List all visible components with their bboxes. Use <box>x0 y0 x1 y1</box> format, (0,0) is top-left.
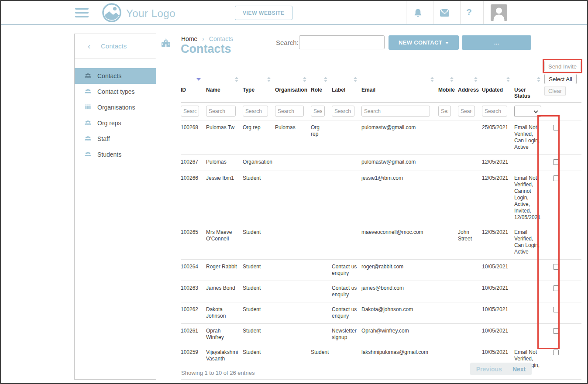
sort-icon[interactable] <box>450 77 454 82</box>
column-header-address[interactable]: Address <box>458 84 482 103</box>
column-header-updated[interactable]: Updated <box>482 84 514 103</box>
filter-organisation-input[interactable] <box>275 106 304 117</box>
sort-icon[interactable] <box>354 77 357 82</box>
column-header-email[interactable]: Email <box>361 84 438 103</box>
clear-button[interactable]: Clear <box>544 86 566 96</box>
table-row[interactable]: 100263James BondStudentContact us enquir… <box>181 281 581 302</box>
sidebar-item-label: Contacts <box>97 72 121 79</box>
sidebar-item-label: Staff <box>97 135 110 142</box>
column-header-type[interactable]: Type <box>243 84 275 103</box>
column-header-mobile[interactable]: Mobile <box>438 84 458 103</box>
row-select-checkbox[interactable] <box>553 307 559 312</box>
sort-icon[interactable] <box>537 77 540 82</box>
breadcrumb: Home › Contacts <box>181 35 233 42</box>
table-row[interactable]: 100268Pulomas TwOrg repPulomasOrg reppul… <box>181 120 581 155</box>
table-row[interactable]: 100262Dakota JohnsonStudentContact us en… <box>181 302 581 324</box>
row-select-checkbox[interactable] <box>553 175 559 181</box>
logo-text: Your Logo <box>126 7 175 20</box>
entries-summary: Showing 1 to 10 of 26 entries <box>181 370 254 376</box>
row-select-checkbox[interactable] <box>553 159 559 165</box>
new-contact-button[interactable]: NEW CONTACT <box>389 35 459 50</box>
divider <box>483 1 484 24</box>
chevron-right-icon: › <box>202 35 204 42</box>
staff-group-icon <box>84 134 92 143</box>
divider <box>406 1 406 24</box>
row-select-checkbox[interactable] <box>553 285 559 291</box>
sidebar-item-organisations[interactable]: Organisations <box>75 99 156 115</box>
sort-icon[interactable] <box>267 77 271 82</box>
org-reps-group-icon <box>84 119 92 127</box>
caret-down-icon <box>445 42 449 44</box>
column-header-user-status[interactable]: User Status <box>514 84 545 103</box>
students-group-icon <box>84 150 92 159</box>
column-header-label[interactable]: Label <box>332 84 361 103</box>
logo-image-icon <box>102 3 122 24</box>
sidebar-item-label: Org reps <box>97 120 121 127</box>
row-select-checkbox[interactable] <box>553 264 559 270</box>
next-button[interactable]: Next <box>512 366 526 373</box>
sidebar: ‹ Contacts Contacts Contact types Organi… <box>74 34 156 380</box>
column-header-id[interactable]: ID <box>181 84 206 103</box>
page: Your Logo VIEW WEBSITE ? ‹ Contacts Cont… <box>0 0 588 384</box>
sort-icon[interactable] <box>235 77 238 82</box>
school-building-icon <box>161 38 171 50</box>
sidebar-item-staff[interactable]: Staff <box>75 131 156 147</box>
inbox-icon[interactable] <box>440 9 450 18</box>
sort-icon[interactable] <box>303 77 306 82</box>
sort-icon[interactable] <box>324 77 327 82</box>
column-header-organisation[interactable]: Organisation <box>275 84 311 103</box>
logo: Your Logo <box>102 3 175 24</box>
filter-label-input[interactable] <box>332 106 354 117</box>
select-all-button[interactable]: Select All <box>544 74 577 84</box>
sidebar-nav: Contacts Contact types Organisations Org… <box>75 68 156 162</box>
filter-id-input[interactable] <box>181 106 199 117</box>
filter-mobile-input[interactable] <box>438 106 451 117</box>
filter-email-input[interactable] <box>361 106 430 117</box>
filter-updated-input[interactable] <box>482 106 507 117</box>
filter-role-input[interactable] <box>311 106 325 117</box>
row-select-checkbox[interactable] <box>553 328 559 334</box>
sidebar-item-label: Organisations <box>97 104 135 111</box>
previous-button[interactable]: Previous <box>476 366 502 373</box>
sidebar-item-org-reps[interactable]: Org reps <box>75 115 156 131</box>
table-row[interactable]: 100265Mrs Maeve O'ConnellStudentmaeveoco… <box>181 225 581 260</box>
row-select-checkbox[interactable] <box>553 125 559 130</box>
filter-name-input[interactable] <box>206 106 236 117</box>
table-row[interactable]: 100267PulomasOrganisationpulomastw@gmail… <box>181 155 581 171</box>
filter-type-input[interactable] <box>243 106 268 117</box>
divider <box>460 1 461 24</box>
more-actions-button[interactable]: ... <box>462 35 531 50</box>
view-website-button[interactable]: VIEW WEBSITE <box>235 6 292 20</box>
search-label: Search: <box>276 39 299 46</box>
search-input[interactable] <box>299 35 385 49</box>
sort-desc-icon[interactable] <box>196 78 201 81</box>
column-header-role[interactable]: Role <box>311 84 332 103</box>
top-header: Your Logo VIEW WEBSITE ? <box>1 1 587 25</box>
table-row[interactable]: 100261Oprah WinfreyStudentNewsletter sig… <box>181 324 581 345</box>
avatar[interactable] <box>491 4 507 22</box>
sidebar-collapse-header[interactable]: ‹ Contacts <box>75 34 156 58</box>
table-row[interactable]: 100264Roger RabbitStudentContact us enqu… <box>181 260 581 281</box>
contacts-group-icon <box>84 72 92 80</box>
user-status-filter[interactable] <box>514 106 541 117</box>
chevron-left-icon: ‹ <box>88 42 90 50</box>
row-select-checkbox[interactable] <box>553 350 559 355</box>
sort-icon[interactable] <box>430 77 434 82</box>
help-icon[interactable]: ? <box>466 7 472 17</box>
sort-row <box>181 75 581 84</box>
send-invite-button[interactable]: Send Invite <box>544 61 581 72</box>
sidebar-item-contacts[interactable]: Contacts <box>75 68 156 84</box>
divider <box>433 1 433 24</box>
sort-icon[interactable] <box>474 77 478 82</box>
main-content: Home › Contacts Contacts Search: NEW CON… <box>181 34 582 383</box>
sort-icon[interactable] <box>506 77 510 82</box>
column-header-name[interactable]: Name <box>206 84 243 103</box>
notifications-bell-icon[interactable] <box>413 8 423 19</box>
menu-icon[interactable] <box>75 8 89 20</box>
breadcrumb-home[interactable]: Home <box>181 35 197 42</box>
filter-address-input[interactable] <box>458 106 475 117</box>
sidebar-item-students[interactable]: Students <box>75 147 156 162</box>
filter-row <box>181 103 581 120</box>
sidebar-item-contact-types[interactable]: Contact types <box>75 84 156 99</box>
table-row[interactable]: 100266Jessie Ibm1Studentjessie1@ibm.com1… <box>181 171 581 225</box>
